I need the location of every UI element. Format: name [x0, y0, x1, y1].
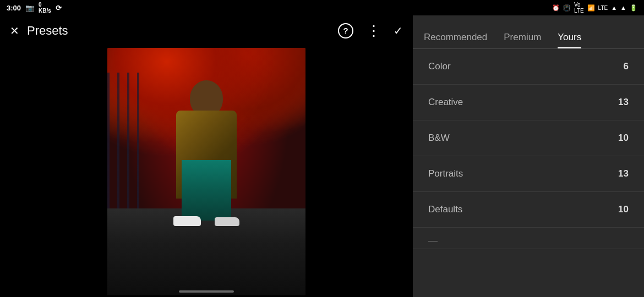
preset-item-defaults[interactable]: Defaults 10 [413, 192, 644, 228]
more-options-button[interactable]: ⋮ [367, 24, 380, 38]
alarm-icon: ⏰ [552, 4, 560, 12]
lte2-icon: LTE [598, 5, 608, 11]
preset-count-creative: 13 [618, 97, 629, 108]
person-shoe-left [173, 216, 201, 226]
person-pants [182, 160, 231, 221]
preset-item-bw[interactable]: B&W 10 [413, 120, 644, 156]
time-display: 3:00 [7, 4, 21, 12]
close-button[interactable]: ✕ [10, 24, 19, 37]
help-button[interactable]: ? [338, 23, 353, 38]
activity-icon: ⟳ [56, 4, 62, 12]
preset-count-portraits: 13 [618, 168, 629, 179]
person-figure [165, 89, 248, 226]
page-title: Presets [27, 24, 68, 38]
tabs-bar: Recommended Premium Yours [413, 15, 644, 48]
main-content: ✕ Presets ? ⋮ ✓ [0, 15, 644, 297]
tab-recommended[interactable]: Recommended [424, 32, 487, 48]
preset-item-portraits[interactable]: Portraits 13 [413, 156, 644, 192]
status-right: ⏰ 📳 VoLTE 📶 LTE ▲ ▲ 🔋 [552, 2, 637, 14]
lte-icon: VoLTE [574, 2, 584, 14]
battery-icon: 🔋 [630, 4, 637, 12]
preset-item-color[interactable]: Color 6 [413, 49, 644, 85]
preset-name-defaults: Defaults [428, 204, 462, 215]
tab-yours[interactable]: Yours [558, 32, 581, 48]
confirm-button[interactable]: ✓ [394, 24, 403, 37]
preset-item-creative[interactable]: Creative 13 [413, 85, 644, 120]
photo-container [107, 48, 305, 295]
left-panel: ✕ Presets ? ⋮ ✓ [0, 15, 413, 297]
status-left: 3:00 📷 0KB/s ⟳ [7, 2, 62, 14]
fence-overlay [107, 73, 147, 221]
scroll-indicator [179, 290, 234, 293]
person-shoe-right [215, 217, 239, 226]
signal-icon: ▲ [611, 4, 617, 11]
wifi-icon: 📶 [587, 4, 595, 12]
status-bar: 3:00 📷 0KB/s ⟳ ⏰ 📳 VoLTE 📶 LTE ▲ ▲ 🔋 [0, 0, 644, 15]
header-left: ✕ Presets [10, 24, 68, 38]
preset-name-bw: B&W [428, 133, 450, 144]
preset-list[interactable]: Color 6 Creative 13 B&W 10 Portraits 13 … [413, 49, 644, 297]
photo-background [107, 48, 305, 295]
preset-name-more: — [428, 235, 438, 246]
header-bar: ✕ Presets ? ⋮ ✓ [0, 15, 413, 46]
instagram-icon: 📷 [25, 4, 34, 12]
right-panel: Recommended Premium Yours Color 6 Creati… [413, 15, 644, 297]
preset-name-color: Color [428, 61, 451, 72]
preset-name-portraits: Portraits [428, 168, 463, 179]
data-speed: 0KB/s [39, 2, 51, 14]
preset-name-creative: Creative [428, 97, 463, 108]
preset-count-defaults: 10 [618, 204, 629, 215]
preset-item-more[interactable]: — [413, 228, 644, 249]
tab-premium[interactable]: Premium [504, 32, 541, 48]
signal2-icon: ▲ [620, 4, 626, 11]
photo-area [0, 46, 413, 297]
vibrate-icon: 📳 [563, 4, 571, 12]
header-right: ? ⋮ ✓ [338, 23, 403, 38]
preset-count-color: 6 [624, 61, 629, 72]
preset-count-bw: 10 [618, 133, 629, 144]
